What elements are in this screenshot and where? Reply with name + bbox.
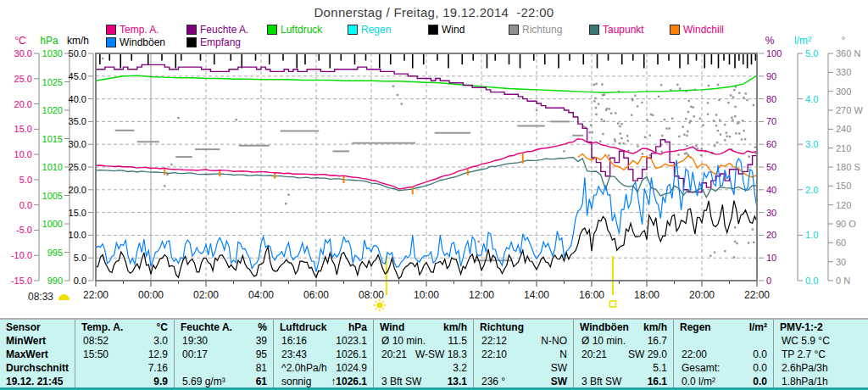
svg-text:40.0: 40.0 [69,94,86,104]
svg-text:330: 330 [836,67,851,77]
svg-text:0 N: 0 N [836,276,850,286]
stats-cell: 9.9 [81,375,168,387]
svg-text:25.0: 25.0 [14,74,32,84]
svg-text:15.0: 15.0 [14,124,32,134]
stats-col-feuchte-a-: Feuchte A.%19:303900:1795815.69 g/m³61 [174,320,273,387]
svg-text:1.0: 1.0 [805,230,818,240]
sunset-icon [610,301,616,307]
stats-cell: 20:21W-SW 18.3 [380,348,467,361]
stats-cell: 3 Bft SW13.1 [380,375,467,387]
svg-text:30.0: 30.0 [69,139,86,149]
svg-text:270 W: 270 W [836,105,863,115]
axes: 30.025.020.015.010.05.00.0-5.0-10.0-15.0… [11,35,863,286]
svg-text:0: 0 [766,276,771,286]
stats-cell: 22:000.0 [680,348,767,361]
stats-cell: Ø 10 min.11.5 [380,334,467,348]
svg-text:10.0: 10.0 [14,149,32,159]
stats-cell: 22:12N-NO [480,334,567,348]
svg-text:50.0: 50.0 [69,48,86,58]
svg-text:100: 100 [766,48,782,58]
stats-cell: SW [480,361,567,375]
svg-text:-15.0: -15.0 [11,276,32,286]
svg-text:00:00: 00:00 [138,289,164,301]
svg-text:hPa: hPa [40,35,58,47]
stats-cell: 16:161023.1 [280,334,367,348]
stats-cell: 19:3039 [181,334,267,348]
svg-text:240: 240 [836,124,851,134]
svg-text:210: 210 [836,143,851,153]
sunrise-time-label: 08:33 [28,291,53,303]
stats-cell: 08:523.0 [81,334,168,348]
svg-text:0.0: 0.0 [805,276,818,286]
svg-text:0.0: 0.0 [74,276,86,286]
sunrise-icon [58,294,70,300]
svg-text:22:00: 22:00 [83,289,108,301]
svg-text:1030: 1030 [42,48,63,58]
svg-text:995: 995 [47,248,63,258]
stats-cell: WC 5.9 °C [780,334,862,348]
stats-row-label: MinWert [6,334,69,348]
stats-col-header: Regenl/m² [680,320,767,334]
series-empfang [100,54,756,69]
grid [96,53,757,281]
sun-markers [373,256,615,312]
svg-text:360 N: 360 N [836,48,860,58]
svg-text:4.0: 4.0 [805,94,818,104]
stats-col-header: Temp. A.°C [81,320,168,334]
svg-text:60: 60 [836,237,846,248]
stats-cell: sonnig↑1026.1 [280,375,367,387]
svg-text:45.0: 45.0 [69,71,86,81]
svg-text:-10.0: -10.0 [11,250,32,260]
svg-text:5.0: 5.0 [74,253,86,263]
stats-col-pmv-1-2: PMV-1:-2WC 5.9 °CTP 2.7 °C2.6hPa/3h1.8hP… [773,320,868,387]
stats-cell: Gesamt:0.0 [680,361,767,375]
stats-cell: 15:5012.9 [81,348,168,361]
weather-app-window: Donnerstag / Freitag, 19.12.2014 -22:00 … [0,0,868,390]
stats-cell: 81 [181,361,267,375]
svg-text:1010: 1010 [42,162,63,172]
stats-cell: 5.1 [580,361,667,375]
svg-text:5.0: 5.0 [805,48,818,58]
svg-text:150: 150 [836,181,851,191]
stats-cell: 3.2 [380,361,467,375]
svg-text:1025: 1025 [42,77,63,87]
svg-text:180 S: 180 S [836,162,860,172]
svg-text:990: 990 [47,276,63,286]
svg-text:10.0: 10.0 [69,230,86,240]
svg-text:120: 120 [836,200,851,210]
stats-col-header: Richtung [480,320,567,334]
weather-chart: 30.025.020.015.010.05.00.0-5.0-10.0-15.0… [0,0,868,315]
svg-text:35.0: 35.0 [69,116,86,126]
svg-text:5.0: 5.0 [19,175,32,185]
svg-text:40: 40 [766,185,776,195]
svg-text:2.0: 2.0 [805,185,818,195]
svg-text:1015: 1015 [42,134,63,144]
svg-text:90 O: 90 O [836,219,856,229]
svg-text:90: 90 [766,71,776,81]
x-axis: 22:0000:0002:0004:0006:0008:0010:0012:00… [83,281,770,301]
stats-col-temp-a-: Temp. A.°C08:523.015:5012.97.169.9 [75,320,174,387]
svg-text:06:00: 06:00 [303,289,329,301]
svg-text:°: ° [842,35,846,47]
svg-text:3.0: 3.0 [805,139,818,149]
svg-text:30: 30 [766,208,776,218]
svg-text:l/m²: l/m² [794,35,811,47]
svg-text:1005: 1005 [42,191,63,201]
stats-row-label: MaxWert [6,348,69,361]
svg-text:20.0: 20.0 [69,185,86,195]
stats-cell: 0.0 l/m²0.0 [680,375,767,387]
stats-col-header: Windböenkm/h [580,320,667,334]
stats-col-wind: Windkm/hØ 10 min.11.520:21W-SW 18.33.23 … [373,320,473,387]
stats-cell: 5.69 g/m³61 [181,375,267,387]
stats-cell: 20:21SW 29.0 [580,348,667,361]
stats-col-sensor: SensorMinWertMaxWertDurchschnitt19.12. 2… [0,320,75,387]
svg-text:10:00: 10:00 [414,289,439,301]
stats-row-label: Durchschnitt [6,361,69,375]
svg-text:25.0: 25.0 [69,162,86,172]
series-windchill [164,153,757,194]
svg-text:12:00: 12:00 [469,289,494,301]
svg-text:km/h: km/h [67,35,89,47]
stats-cell: 1.8hPa/1h [780,375,862,387]
svg-text:0.0: 0.0 [19,200,32,210]
svg-text:300: 300 [836,86,851,97]
